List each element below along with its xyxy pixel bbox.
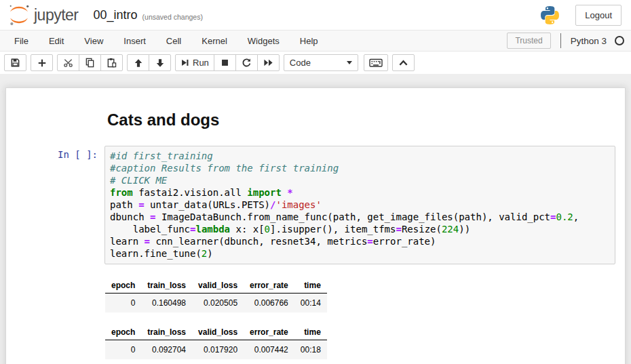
logout-button[interactable]: Logout (575, 5, 622, 26)
code-line: label_func=lambda x: x[0].isupper(), ite… (110, 223, 609, 235)
code-line: # CLICK ME (110, 174, 609, 186)
column-header: train_loss (141, 325, 192, 340)
table-row: 00.1604980.0205050.00676600:14 (105, 294, 327, 313)
scroll-collapse-button[interactable] (392, 54, 415, 71)
jupyter-logo[interactable]: jupyter (7, 3, 79, 27)
restart-run-all-icon (263, 58, 273, 68)
menubar: FileEditViewInsertCellKernelWidgetsHelp … (0, 30, 631, 52)
jupyter-logo-text: jupyter (34, 6, 79, 24)
code-cell: In [ ]: #id first_training#caption Resul… (6, 142, 625, 268)
code-line: learn.fine_tune(2) (110, 247, 609, 260)
table-cell: 0.005413 (244, 359, 294, 364)
markdown-cell[interactable]: Cats and dogs (6, 96, 625, 142)
toolbar: Run Code (0, 52, 631, 74)
cut-cell-button[interactable] (57, 54, 79, 71)
column-header: valid_loss (192, 325, 244, 340)
trusted-badge[interactable]: Trusted (507, 33, 550, 49)
add-cell-button[interactable] (31, 54, 53, 71)
section-heading: Cats and dogs (107, 110, 615, 129)
copy-cell-button[interactable] (79, 54, 101, 71)
table-cell: 00:18 (294, 359, 327, 364)
menu-help[interactable]: Help (290, 31, 328, 51)
table-cell: 1 (105, 359, 141, 364)
cell-type-select[interactable]: Code (284, 54, 358, 71)
table-cell: 0.092704 (141, 340, 192, 360)
move-up-icon (134, 58, 143, 68)
run-cell-button[interactable]: Run (175, 54, 214, 71)
code-line: #id first_training (110, 150, 609, 162)
code-line: dbunch = ImageDataBunch.from_name_func(p… (110, 211, 609, 223)
chevron-up-icon (398, 58, 408, 67)
table-cell: 0.027785 (141, 359, 192, 364)
table-cell: 0.017920 (192, 340, 244, 360)
table-row: 00.0927040.0179200.00744200:18 (105, 340, 327, 360)
table-cell: 0.012449 (192, 359, 244, 364)
menubar-items: FileEditViewInsertCellKernelWidgetsHelp (4, 31, 328, 51)
column-header: error_rate (244, 278, 294, 294)
training-results-table-2: epochtrain_lossvalid_losserror_ratetime0… (105, 325, 327, 364)
markdown-prompt-col (6, 100, 104, 139)
restart-kernel-button[interactable] (235, 54, 258, 71)
python-logo-icon (539, 5, 560, 26)
table-cell: 0.020505 (192, 294, 244, 313)
column-header: time (294, 325, 327, 340)
code-line: from fastai2.vision.all import * (110, 186, 609, 199)
table-cell: 00:18 (294, 340, 327, 360)
table-cell: 0 (105, 294, 141, 313)
column-header: error_rate (244, 325, 294, 340)
add-cell-icon (37, 58, 47, 68)
output-cell: epochtrain_lossvalid_losserror_ratetime0… (6, 268, 625, 364)
code-line: learn = cnn_learner(dbunch, resnet34, me… (110, 235, 609, 247)
stop-icon (221, 58, 229, 67)
column-header: train_loss (141, 278, 192, 294)
menubar-divider (560, 33, 561, 48)
header: jupyter 00_intro (unsaved changes) Logou… (0, 0, 631, 30)
autosave-status: (unsaved changes) (142, 9, 203, 21)
table-cell: 00:14 (294, 294, 327, 313)
code-line: #caption Results from the first training (110, 162, 609, 174)
column-header: valid_loss (192, 278, 244, 294)
notebook-site: Cats and dogs In [ ]: #id first_training… (0, 74, 631, 364)
column-header: epoch (105, 278, 141, 294)
restart-run-all-button[interactable] (257, 54, 280, 71)
move-cell-up-button[interactable] (127, 54, 149, 71)
move-down-icon (155, 58, 165, 68)
cut-icon (63, 58, 73, 68)
interrupt-kernel-button[interactable] (214, 54, 236, 71)
menu-kernel[interactable]: Kernel (191, 31, 237, 51)
training-results-table-1: epochtrain_lossvalid_losserror_ratetime0… (105, 278, 327, 312)
output-area: epochtrain_lossvalid_losserror_ratetime0… (104, 278, 615, 364)
chevron-down-icon (347, 61, 352, 64)
kernel-name: Python 3 (571, 36, 607, 46)
table-cell: 0 (105, 340, 141, 360)
menu-edit[interactable]: Edit (39, 31, 74, 51)
paste-cell-button[interactable] (100, 54, 123, 71)
input-prompt: In [ ]: (6, 146, 104, 264)
menu-insert[interactable]: Insert (113, 31, 156, 51)
table-cell: 0.006766 (244, 294, 294, 313)
copy-icon (85, 58, 95, 68)
kernel-status-icon (615, 36, 624, 45)
menu-file[interactable]: File (4, 31, 39, 51)
move-cell-down-button[interactable] (149, 54, 171, 71)
table-cell: 0.007442 (244, 340, 294, 360)
restart-kernel-icon (242, 58, 252, 68)
run-step-forward-icon (180, 58, 189, 67)
code-line: path = untar_data(URLs.PETS)/'images' (110, 199, 609, 211)
save-button[interactable] (4, 54, 26, 71)
notebook-container: Cats and dogs In [ ]: #id first_training… (5, 87, 626, 364)
jupyter-logo-icon (7, 3, 31, 27)
run-button-label: Run (193, 58, 209, 68)
save-icon (10, 58, 20, 68)
keyboard-icon (369, 58, 383, 68)
paste-icon (107, 58, 117, 68)
cell-type-value: Code (290, 58, 311, 68)
notebook-title[interactable]: 00_intro (94, 8, 138, 22)
command-palette-button[interactable] (364, 54, 388, 71)
code-area[interactable]: #id first_training#caption Results from … (104, 146, 615, 264)
output-prompt-col (6, 271, 104, 364)
menu-cell[interactable]: Cell (156, 31, 191, 51)
column-header: time (294, 278, 327, 294)
menu-widgets[interactable]: Widgets (237, 31, 290, 51)
menu-view[interactable]: View (74, 31, 113, 51)
